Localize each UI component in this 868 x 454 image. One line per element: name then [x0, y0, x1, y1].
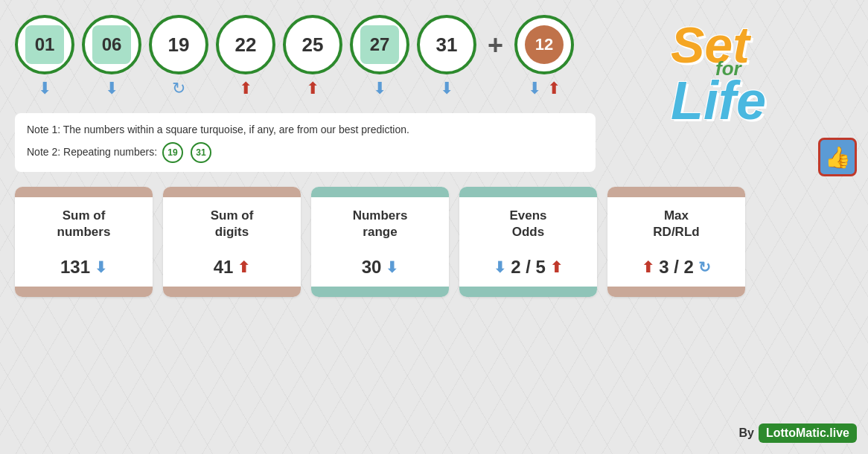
stat-card-max-rd-rld-bar-top [607, 187, 745, 197]
stat-card-sum-digits-header: Sum ofdigits [163, 197, 301, 248]
ball-2-inner: 06 [92, 25, 131, 64]
ball-7: 31 [417, 15, 476, 74]
ball-2-arrow[interactable]: ⬇ [105, 79, 118, 98]
by-label: By [739, 426, 754, 440]
ball-container-1: 01 ⬇ [15, 15, 74, 98]
ball-7-value: 31 [436, 33, 458, 57]
stat-card-sum-numbers-bar-bottom [15, 287, 153, 297]
brand-badge: LottoMatic.live [759, 423, 857, 443]
stat-card-evens-odds: EvensOdds ⬇ 2 / 5 ⬆ [459, 187, 597, 297]
ball-6: 27 [350, 15, 409, 74]
stat-card-sum-numbers-bar-top [15, 187, 153, 197]
stat-card-max-rd-rld-header: MaxRD/RLd [607, 197, 745, 248]
repeating-badge-31: 31 [191, 142, 211, 163]
stat-card-sum-digits-value: 41 ⬆ [163, 248, 301, 287]
ball-container-6: 27 ⬇ [350, 15, 409, 98]
ball-1: 01 [15, 15, 74, 74]
sum-numbers-arrow: ⬇ [95, 258, 107, 276]
note-2-prefix: Note 2: Repeating numbers: [27, 146, 157, 158]
stat-card-evens-odds-value: ⬇ 2 / 5 ⬆ [459, 248, 597, 287]
repeating-badge-19: 19 [162, 142, 183, 163]
logo-life-text: Life [671, 77, 766, 125]
note-1: Note 1: The numbers within a square turq… [27, 122, 584, 138]
ball-5: 25 [283, 15, 342, 74]
numbers-range-val: 30 [362, 257, 382, 278]
bonus-arrow-up[interactable]: ⬆ [547, 79, 561, 98]
ball-7-arrow[interactable]: ⬇ [440, 79, 453, 98]
max-arrow-right: ↻ [698, 258, 711, 276]
ball-container-7: 31 ⬇ [417, 15, 476, 98]
bonus-ball-value: 12 [535, 35, 553, 54]
max-rd-rld-val: 3 / 2 [659, 257, 694, 278]
stat-card-sum-numbers: Sum ofnumbers 131 ⬇ [15, 187, 153, 297]
note-2: Note 2: Repeating numbers: 19 31 [27, 142, 584, 163]
stat-card-numbers-range-bar-top [311, 187, 449, 197]
ball-container-3: 19 ↻ [149, 15, 208, 98]
stat-card-evens-odds-header: EvensOdds [459, 197, 597, 248]
evens-arrow-left: ⬇ [494, 258, 506, 276]
ball-1-value: 01 [35, 34, 55, 55]
thumbs-up-button[interactable]: 👍 [818, 138, 857, 176]
sum-numbers-val: 131 [60, 257, 90, 278]
stat-card-evens-odds-bar-bottom [459, 287, 597, 297]
ball-1-inner: 01 [25, 25, 64, 64]
ball-2-value: 06 [102, 34, 122, 55]
stat-card-sum-numbers-value: 131 ⬇ [15, 248, 153, 287]
ball-6-value: 27 [370, 34, 390, 55]
stat-card-max-rd-rld: MaxRD/RLd ⬆ 3 / 2 ↻ [607, 187, 745, 297]
ball-5-arrow[interactable]: ⬆ [306, 79, 319, 98]
stat-card-numbers-range-value: 30 ⬇ [311, 248, 449, 287]
ball-4-arrow[interactable]: ⬆ [239, 79, 252, 98]
ball-container-5: 25 ⬆ [283, 15, 342, 98]
stat-card-numbers-range-header: Numbersrange [311, 197, 449, 248]
footer-attribution: By LottoMatic.live [739, 423, 857, 443]
sum-digits-val: 41 [214, 257, 234, 278]
stat-card-evens-odds-bar-top [459, 187, 597, 197]
ball-3-arrow[interactable]: ↻ [172, 79, 185, 98]
stat-card-numbers-range-bar-bottom [311, 287, 449, 297]
logo-for-text: for [715, 60, 741, 77]
bonus-ball: 12 [514, 15, 574, 74]
stat-card-max-rd-rld-value: ⬆ 3 / 2 ↻ [607, 248, 745, 287]
ball-3-value: 19 [168, 33, 190, 57]
ball-6-arrow[interactable]: ⬇ [373, 79, 386, 98]
ball-1-arrow[interactable]: ⬇ [38, 79, 51, 98]
bonus-arrow-down[interactable]: ⬇ [528, 79, 541, 98]
max-arrow-left: ⬆ [642, 258, 654, 276]
evens-odds-val: 2 / 5 [511, 257, 546, 278]
stat-card-sum-digits-bar-bottom [163, 287, 301, 297]
notes-section: Note 1: The numbers within a square turq… [15, 113, 596, 172]
ball-4: 22 [216, 15, 275, 74]
ball-container-4: 22 ⬆ [216, 15, 275, 98]
ball-6-inner: 27 [360, 25, 399, 64]
stats-section: Sum ofnumbers 131 ⬇ Sum ofdigits 41 ⬆ Nu… [15, 187, 853, 297]
ball-4-value: 22 [235, 33, 257, 57]
numbers-range-arrow: ⬇ [386, 258, 398, 276]
stat-card-max-rd-rld-bar-bottom [607, 287, 745, 297]
stat-card-sum-numbers-header: Sum ofnumbers [15, 197, 153, 248]
sum-digits-arrow: ⬆ [237, 258, 250, 276]
ball-container-2: 06 ⬇ [82, 15, 141, 98]
ball-5-value: 25 [302, 33, 324, 57]
set-for-life-logo: Set for Life [671, 22, 857, 149]
bonus-ball-inner: 12 [525, 25, 564, 64]
ball-3: 19 [149, 15, 208, 74]
stat-card-sum-digits: Sum ofdigits 41 ⬆ [163, 187, 301, 297]
stat-card-numbers-range: Numbersrange 30 ⬇ [311, 187, 449, 297]
evens-arrow-right: ⬆ [550, 258, 563, 276]
plus-sign: + [488, 30, 503, 83]
ball-2: 06 [82, 15, 141, 74]
bonus-ball-container: 12 ⬇ ⬆ [514, 15, 574, 98]
stat-card-sum-digits-bar-top [163, 187, 301, 197]
